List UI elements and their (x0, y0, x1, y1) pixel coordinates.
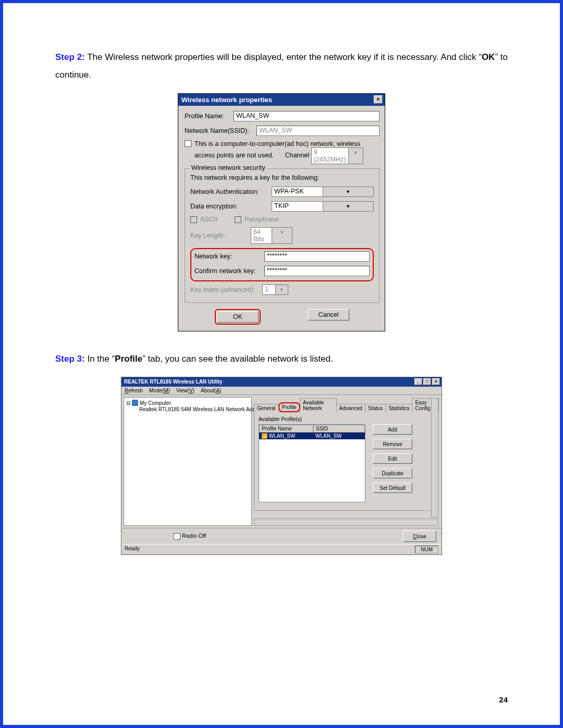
minimize-icon[interactable]: _ (414, 378, 422, 385)
lan-utility-window: REALTEK RTL8185 Wireless LAN Utility _ □… (121, 377, 442, 555)
menu-view[interactable]: View(V) (176, 388, 194, 393)
maximize-icon[interactable]: □ (423, 378, 431, 385)
netkey-input[interactable]: ******** (264, 251, 370, 262)
cancel-button[interactable]: Cancel (308, 309, 349, 320)
tree-root[interactable]: My Computer (140, 400, 171, 406)
step2-paragraph: Step 2: The Wireless network properties … (55, 48, 508, 84)
horizontal-scrollbar[interactable] (254, 519, 438, 526)
enc-label: Data encryption: (190, 203, 268, 210)
confkey-label: Confirm network key: (194, 267, 261, 275)
remove-button[interactable]: Remove (373, 439, 412, 449)
profile-name-label: Profile Name: (185, 113, 230, 120)
step2-label: Step 2: (55, 52, 85, 62)
computer-icon (132, 400, 138, 406)
tab-statistics[interactable]: Statistics (385, 404, 412, 412)
chevron-down-icon: ▼ (323, 187, 374, 196)
set-default-button[interactable]: Set Default (373, 483, 412, 493)
step3-label: Step 3: (55, 354, 85, 364)
duplicate-button[interactable]: Duplicate (373, 468, 412, 478)
wireless-properties-dialog: Wireless network properties × Profile Na… (178, 93, 385, 331)
keyidx-combo: 1▼ (262, 285, 288, 295)
passphrase-checkbox (235, 216, 241, 223)
chevron-down-icon: ▼ (323, 202, 374, 211)
ok-highlight: OK (215, 309, 261, 325)
tab-advanced[interactable]: Advanced (336, 404, 365, 412)
netkey-label: Network key: (194, 253, 261, 260)
tab-strip: General Profile Available Network Advanc… (254, 398, 438, 412)
confkey-input[interactable]: ******** (264, 266, 370, 276)
col-ssid[interactable]: SSID (313, 425, 365, 433)
network-key-highlight: Network key: ******** Confirm network ke… (190, 248, 374, 281)
close-icon[interactable]: × (374, 95, 383, 104)
list-item[interactable]: 📶 WLAN_SW WLAN_SW (259, 433, 365, 439)
auth-combo[interactable]: WPA-PSK▼ (272, 187, 374, 197)
tab-status[interactable]: Status (365, 404, 386, 412)
close-button[interactable]: Close (403, 530, 436, 542)
keylen-label: Key Length: (190, 232, 248, 239)
radio-off-label: Radio Off (182, 533, 206, 539)
security-note: This network requires a key for the foll… (190, 174, 374, 181)
security-fieldset: Wireless network security This network r… (185, 168, 380, 303)
menu-mode[interactable]: Mode(M) (149, 388, 170, 393)
keylen-combo: 64 Bits▼ (251, 227, 292, 244)
menu-about[interactable]: About(A) (201, 388, 221, 393)
auth-label: Network Authentication: (190, 188, 268, 195)
pane-title: Available Profile(s) (259, 416, 434, 422)
ok-button[interactable]: OK (217, 311, 259, 323)
security-legend: Wireless network security (189, 164, 267, 171)
menu-refresh[interactable]: Refresh (125, 388, 143, 393)
radio-off-checkbox[interactable] (174, 533, 180, 540)
dialog-titlebar: Wireless network properties × (178, 94, 385, 106)
tab-general[interactable]: General (254, 404, 279, 412)
ascii-checkbox (190, 216, 197, 223)
profile-list[interactable]: Profile Name SSID 📶 WLAN_SW WLAN_SW (259, 424, 365, 502)
enc-combo[interactable]: TKIP▼ (272, 201, 374, 212)
status-bar: Ready NUM (121, 544, 442, 554)
tab-available-network[interactable]: Available Network (300, 398, 337, 412)
utility-titlebar: REALTEK RTL8185 Wireless LAN Utility _ □… (121, 377, 442, 387)
channel-label: Channel (285, 152, 310, 159)
profile-name-input[interactable]: WLAN_SW (234, 111, 380, 121)
menu-bar: Refresh Mode(M) View(V) About(A) (121, 387, 442, 394)
vertical-scrollbar[interactable] (431, 398, 438, 517)
adapter-tree[interactable]: ⊟My Computer Realtek RTL8185 54M Wireles… (124, 397, 252, 526)
ssid-input: WLAN_SW (256, 126, 380, 136)
channel-combo: 9 (2452MHz)▼ (311, 147, 363, 164)
passphrase-label: Passphrase (244, 216, 279, 223)
edit-button[interactable]: Edit (373, 453, 412, 464)
close-icon[interactable]: × (432, 378, 440, 385)
page-number: 24 (499, 695, 508, 704)
ascii-label: ASCII (200, 216, 231, 223)
utility-title: REALTEK RTL8185 Wireless LAN Utility (124, 379, 223, 385)
status-ready: Ready (125, 546, 140, 553)
adhoc-checkbox[interactable] (185, 140, 191, 147)
keyidx-label: Key index (advanced): (190, 286, 259, 293)
tab-profile[interactable]: Profile (278, 402, 300, 412)
col-profile-name[interactable]: Profile Name (259, 425, 313, 433)
step3-paragraph: Step 3: In the “Profile” tab, you can se… (55, 350, 508, 368)
tree-adapter[interactable]: Realtek RTL8185 54M Wireless LAN Network… (139, 406, 264, 412)
status-num: NUM (415, 546, 438, 553)
dialog-title: Wireless network properties (181, 96, 272, 104)
add-button[interactable]: Add (373, 424, 412, 435)
ssid-label: Network Name(SSID): (185, 127, 253, 134)
